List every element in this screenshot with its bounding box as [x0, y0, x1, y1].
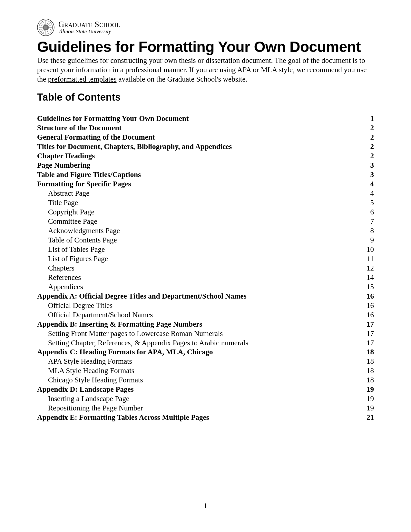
toc-entry-page: 17 — [361, 329, 374, 339]
toc-entry[interactable]: Copyright Page6 — [37, 208, 374, 217]
toc-entry-label: Chapter Headings — [37, 152, 95, 161]
toc-entry[interactable]: Appendix C: Heading Formats for APA, MLA… — [37, 348, 374, 357]
toc-entry-page: 11 — [361, 254, 374, 264]
toc-entry-label: References — [37, 273, 81, 282]
toc-entry-label: Page Numbering — [37, 161, 90, 170]
toc-entry[interactable]: Table and Figure Titles/Captions3 — [37, 170, 374, 180]
toc-entry-label: Appendix E: Formatting Tables Across Mul… — [37, 413, 209, 422]
toc-entry[interactable]: Page Numbering3 — [37, 161, 374, 170]
toc-entry[interactable]: APA Style Heading Formats18 — [37, 357, 374, 366]
toc-entry-page: 5 — [361, 198, 374, 208]
toc-entry-page: 12 — [361, 264, 374, 273]
toc-entry-label: Table and Figure Titles/Captions — [37, 170, 141, 180]
toc-entry[interactable]: Chapter Headings2 — [37, 152, 374, 161]
toc-entry-label: Acknowledgments Page — [37, 226, 120, 236]
toc-entry-page: 10 — [361, 245, 374, 254]
svg-rect-3 — [44, 26, 47, 29]
toc-entry-page: 19 — [361, 385, 374, 394]
toc-entry-label: Official Department/School Names — [37, 310, 153, 320]
toc-entry-page: 16 — [361, 301, 374, 310]
toc-entry-label: General Formatting of the Document — [37, 133, 155, 142]
table-of-contents: Guidelines for Formatting Your Own Docum… — [37, 114, 374, 422]
toc-entry-page: 19 — [361, 394, 374, 404]
toc-entry[interactable]: Structure of the Document2 — [37, 123, 374, 133]
toc-entry[interactable]: Setting Front Matter pages to Lowercase … — [37, 329, 374, 339]
toc-entry-page: 7 — [361, 217, 374, 226]
toc-entry-label: Appendix B: Inserting & Formatting Page … — [37, 320, 202, 329]
toc-entry[interactable]: Formatting for Specific Pages4 — [37, 180, 374, 189]
toc-entry[interactable]: Repositioning the Page Number19 — [37, 404, 374, 413]
toc-entry[interactable]: Chicago Style Heading Formats18 — [37, 376, 374, 385]
toc-entry-label: Inserting a Landscape Page — [37, 394, 129, 404]
toc-entry-label: Committee Page — [37, 217, 97, 226]
toc-entry[interactable]: Appendix D: Landscape Pages19 — [37, 385, 374, 394]
toc-entry[interactable]: Chapters12 — [37, 264, 374, 273]
toc-entry-label: Appendices — [37, 282, 83, 292]
university-name: Illinois State University — [59, 29, 120, 34]
toc-entry-label: Guidelines for Formatting Your Own Docum… — [37, 114, 189, 123]
toc-entry-page: 1 — [361, 114, 374, 123]
toc-entry[interactable]: List of Figures Page11 — [37, 254, 374, 264]
toc-entry-label: Titles for Document, Chapters, Bibliogra… — [37, 142, 232, 152]
toc-entry-page: 8 — [361, 226, 374, 236]
toc-entry-page: 17 — [361, 339, 374, 348]
toc-entry-label: List of Tables Page — [37, 245, 105, 254]
toc-entry[interactable]: Appendix E: Formatting Tables Across Mul… — [37, 413, 374, 422]
toc-entry-page: 18 — [361, 357, 374, 366]
toc-entry-page: 18 — [361, 366, 374, 376]
institution-name-block: Graduate School Illinois State Universit… — [58, 20, 120, 34]
toc-entry-page: 2 — [361, 133, 374, 142]
toc-entry-label: Copyright Page — [37, 208, 94, 217]
toc-entry[interactable]: Appendices15 — [37, 282, 374, 292]
toc-entry[interactable]: Title Page5 — [37, 198, 374, 208]
toc-entry[interactable]: Setting Chapter, References, & Appendix … — [37, 339, 374, 348]
toc-entry-page: 4 — [361, 180, 374, 189]
toc-entry[interactable]: MLA Style Heading Formats18 — [37, 366, 374, 376]
toc-entry-label: Abstract Page — [37, 189, 89, 198]
toc-entry-label: List of Figures Page — [37, 254, 108, 264]
toc-entry[interactable]: Table of Contents Page9 — [37, 236, 374, 245]
toc-entry[interactable]: List of Tables Page10 — [37, 245, 374, 254]
page-title: Guidelines for Formatting Your Own Docum… — [37, 38, 374, 55]
toc-entry-page: 16 — [361, 292, 374, 301]
toc-entry-page: 16 — [361, 310, 374, 320]
toc-entry[interactable]: Titles for Document, Chapters, Bibliogra… — [37, 142, 374, 152]
toc-entry-label: Formatting for Specific Pages — [37, 180, 131, 189]
toc-entry[interactable]: Abstract Page4 — [37, 189, 374, 198]
toc-entry-label: Structure of the Document — [37, 123, 122, 133]
toc-heading: Table of Contents — [37, 92, 374, 103]
toc-entry[interactable]: Official Department/School Names16 — [37, 310, 374, 320]
toc-entry[interactable]: Committee Page7 — [37, 217, 374, 226]
toc-entry-label: Setting Front Matter pages to Lowercase … — [37, 329, 223, 339]
toc-entry[interactable]: References14 — [37, 273, 374, 282]
toc-entry-page: 18 — [361, 376, 374, 385]
toc-entry-page: 4 — [361, 189, 374, 198]
toc-entry[interactable]: General Formatting of the Document2 — [37, 133, 374, 142]
intro-paragraph: Use these guidelines for constructing yo… — [37, 56, 374, 84]
toc-entry-label: Chapters — [37, 264, 74, 273]
university-seal-icon — [37, 19, 54, 36]
toc-entry[interactable]: Inserting a Landscape Page19 — [37, 394, 374, 404]
toc-entry-page: 3 — [361, 170, 374, 180]
toc-entry-label: Appendix A: Official Degree Titles and D… — [37, 292, 247, 301]
toc-entry-page: 14 — [361, 273, 374, 282]
toc-entry[interactable]: Guidelines for Formatting Your Own Docum… — [37, 114, 374, 123]
toc-entry-label: Official Degree Titles — [37, 301, 113, 310]
toc-entry-page: 9 — [361, 236, 374, 245]
toc-entry[interactable]: Acknowledgments Page8 — [37, 226, 374, 236]
toc-entry-page: 19 — [361, 404, 374, 413]
toc-entry-label: MLA Style Heading Formats — [37, 366, 134, 376]
toc-entry-page: 15 — [361, 282, 374, 292]
page-number: 1 — [0, 502, 411, 510]
toc-entry-label: Repositioning the Page Number — [37, 404, 143, 413]
toc-entry-page: 18 — [361, 348, 374, 357]
toc-entry[interactable]: Official Degree Titles16 — [37, 301, 374, 310]
school-name: Graduate School — [58, 20, 120, 29]
toc-entry-label: Appendix D: Landscape Pages — [37, 385, 134, 394]
toc-entry-label: Setting Chapter, References, & Appendix … — [37, 339, 248, 348]
preformatted-templates-link[interactable]: preformatted templates — [48, 75, 117, 83]
toc-entry[interactable]: Appendix B: Inserting & Formatting Page … — [37, 320, 374, 329]
toc-entry-label: APA Style Heading Formats — [37, 357, 132, 366]
toc-entry[interactable]: Appendix A: Official Degree Titles and D… — [37, 292, 374, 301]
toc-entry-label: Chicago Style Heading Formats — [37, 376, 143, 385]
